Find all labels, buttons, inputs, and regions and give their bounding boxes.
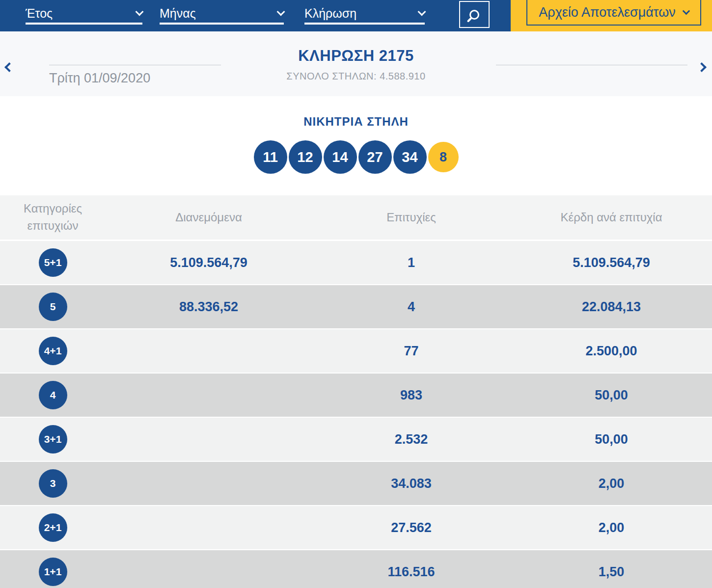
prize-cell: 5.109.564,79 [511,255,712,270]
table-row: 5+1 5.109.564,79 1 5.109.564,79 [0,241,712,284]
winning-numbers: 11 12 14 27 34 8 [0,140,712,174]
distributed-cell: 5.109.564,79 [106,255,312,270]
year-dropdown[interactable]: Έτος [26,4,142,25]
category-badge: 1+1 [39,558,67,586]
results-table: Κατηγορίες επιτυχιών Διανεμόμενα Επιτυχί… [0,195,712,588]
winning-number-ball: 34 [393,140,427,174]
category-badge: 2+1 [39,513,67,542]
month-dropdown[interactable]: Μήνας [160,4,284,25]
winners-cell: 77 [312,344,511,359]
table-row: 3 34.083 2,00 [0,462,712,505]
winners-cell: 2.532 [312,432,511,447]
winning-number-ball: 12 [289,140,322,174]
table-header-row: Κατηγορίες επιτυχιών Διανεμόμενα Επιτυχί… [0,195,712,240]
chevron-right-icon [697,62,707,72]
winning-number-ball: 27 [358,140,392,174]
prize-cell: 1,50 [511,564,712,580]
table-row: 1+1 116.516 1,50 [0,550,712,588]
category-badge: 5+1 [39,248,67,277]
table-row: 4+1 77 2.500,00 [0,329,712,373]
search-button[interactable] [459,1,490,28]
winners-cell: 1 [312,255,511,270]
chevron-down-icon [682,7,690,15]
chevron-down-icon [277,8,285,16]
prize-cell: 2,00 [511,520,712,535]
table-row: 4 983 50,00 [0,374,712,417]
header-distributed: Διανεμόμενα [106,209,312,226]
winning-number-ball: 11 [254,140,287,174]
divider [496,65,687,65]
header-category: Κατηγορίες επιτυχιών [0,200,106,235]
category-badge: 4 [39,381,67,409]
winning-column-title: ΝΙΚΗΤΡΙΑ ΣΤΗΛΗ [0,96,712,129]
chevron-down-icon [418,8,426,16]
results-archive-button[interactable]: Αρχείο Αποτελεσμάτων [526,0,701,26]
category-badge: 4+1 [39,337,67,365]
table-row: 2+1 27.562 2,00 [0,506,712,549]
winning-column-section: ΝΙΚΗΤΡΙΑ ΣΤΗΛΗ 11 12 14 27 34 8 [0,96,712,195]
winners-cell: 116.516 [312,564,511,580]
prize-cell: 22.084,13 [511,299,712,315]
winning-number-ball: 14 [324,140,357,174]
winners-cell: 4 [312,299,511,315]
search-icon [469,10,479,20]
next-draw-button[interactable] [693,59,710,76]
header-prize-per-winner: Κέρδη ανά επιτυχία [511,209,712,226]
divider [49,65,221,65]
draw-title: ΚΛΗΡΩΣΗ 2175 [0,47,712,65]
draw-dropdown[interactable]: Κλήρωση [304,4,425,25]
header-winners: Επιτυχίες [312,209,511,226]
prize-cell: 2,00 [511,476,712,491]
category-badge: 3+1 [39,425,67,454]
bonus-number-ball: 8 [428,142,459,172]
prize-cell: 2.500,00 [511,344,712,359]
table-row: 5 88.336,52 4 22.084,13 [0,285,712,328]
winners-cell: 34.083 [312,476,511,491]
prize-cell: 50,00 [511,432,712,447]
results-archive-label: Αρχείο Αποτελεσμάτων [539,5,675,20]
lottery-results-page: Έτος Μήνας Κλήρωση Αρχείο Αποτελεσμάτων … [0,0,712,588]
archive-section: Αρχείο Αποτελεσμάτων [511,0,712,31]
distributed-cell: 88.336,52 [106,299,312,315]
draw-header: Τρίτη 01/09/2020 ΚΛΗΡΩΣΗ 2175 ΣΥΝΟΛΟ ΣΤΗ… [0,31,712,96]
top-toolbar: Έτος Μήνας Κλήρωση Αρχείο Αποτελεσμάτων [0,0,712,31]
winners-cell: 983 [312,388,511,403]
category-badge: 3 [39,469,67,498]
prize-cell: 50,00 [511,388,712,403]
chevron-down-icon [136,8,144,16]
table-row: 3+1 2.532 50,00 [0,418,712,461]
category-badge: 5 [39,293,67,321]
year-dropdown-label: Έτος [26,6,53,21]
draw-total-columns: ΣΥΝΟΛΟ ΣΤΗΛΩΝ: 4.588.910 [0,71,712,82]
draw-dropdown-label: Κλήρωση [304,6,356,21]
month-dropdown-label: Μήνας [160,6,196,21]
winners-cell: 27.562 [312,520,511,535]
